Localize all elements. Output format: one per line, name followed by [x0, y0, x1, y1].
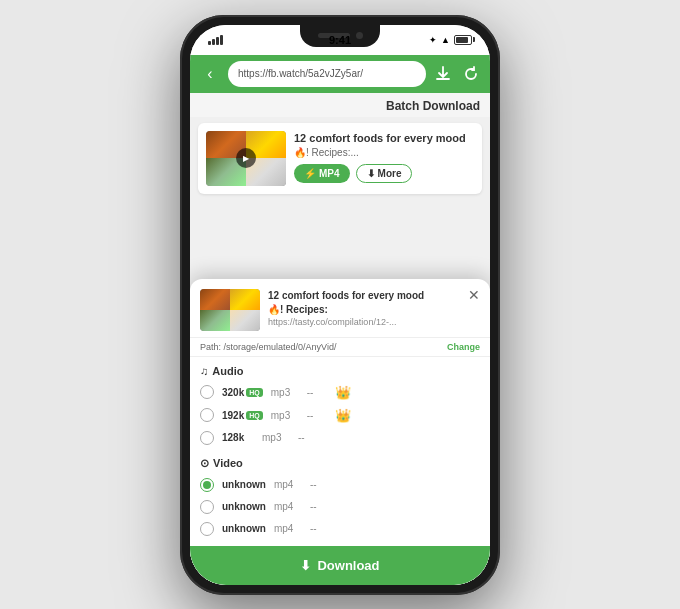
quality-video-2: unknown	[222, 501, 266, 512]
change-path-button[interactable]: Change	[447, 342, 480, 352]
radio-video-1[interactable]	[200, 478, 214, 492]
download-icon: ⬇	[300, 558, 311, 573]
modal-info: 12 comfort foods for every mood 🔥! Recip…	[268, 289, 480, 327]
signal-icon	[208, 35, 223, 45]
content-area: Batch Download ▶ 12 comfor	[190, 93, 490, 585]
mp4-icon: ⚡	[304, 168, 316, 179]
radio-video-3[interactable]	[200, 522, 214, 536]
quality-320k: 320kHQ	[222, 387, 263, 398]
size-192k: --	[307, 410, 327, 421]
quality-192k: 192kHQ	[222, 410, 263, 421]
crown-icon-320k: 👑	[335, 385, 351, 400]
battery-icon	[454, 35, 472, 45]
quality-128k: 128k	[222, 432, 254, 443]
hq-badge-320k: HQ	[246, 388, 263, 397]
refresh-button[interactable]	[460, 63, 482, 85]
status-right-icons: ✦ ▲	[429, 35, 472, 45]
video-section-title: ⊙ Video	[190, 449, 490, 474]
size-128k: --	[298, 432, 318, 443]
download-label: Download	[317, 558, 379, 573]
more-button[interactable]: ⬇ More	[356, 164, 413, 183]
download-button[interactable]: ⬇ Download	[190, 546, 490, 585]
size-video-1: --	[310, 479, 330, 490]
url-bar[interactable]: https://fb.watch/5a2vJZy5ar/	[228, 61, 426, 87]
phone-frame: 9:41 ✦ ▲ ‹ https://fb.watch/5a2vJZy5ar/	[180, 15, 500, 595]
format-video-3: mp4	[274, 523, 302, 534]
modal-title: 12 comfort foods for every mood	[268, 289, 480, 302]
audio-icon: ♫	[200, 365, 208, 377]
video-thumbnail: ▶	[206, 131, 286, 186]
audio-section-title: ♫ Audio	[190, 357, 490, 381]
video-card: ▶ 12 comfort foods for every mood 🔥! Rec…	[198, 123, 482, 194]
wifi-icon: ▲	[441, 35, 450, 45]
radio-192k[interactable]	[200, 408, 214, 422]
size-video-3: --	[310, 523, 330, 534]
video-option-1[interactable]: unknown mp4 --	[190, 474, 490, 496]
path-row: Path: /storage/emulated/0/AnyVid/ Change	[190, 337, 490, 357]
browser-actions	[432, 63, 482, 85]
radio-128k[interactable]	[200, 431, 214, 445]
batch-download-label: Batch Download	[386, 99, 480, 113]
radio-video-2[interactable]	[200, 500, 214, 514]
modal-thumbnail	[200, 289, 260, 331]
format-320k: mp3	[271, 387, 299, 398]
more-download-icon: ⬇	[367, 168, 375, 179]
audio-option-320k[interactable]: 320kHQ mp3 -- 👑	[190, 381, 490, 404]
notch-dot	[356, 32, 363, 39]
format-128k: mp3	[262, 432, 290, 443]
status-bar: 9:41 ✦ ▲	[190, 25, 490, 55]
download-modal: 12 comfort foods for every mood 🔥! Recip…	[190, 279, 490, 585]
close-button[interactable]: ✕	[468, 287, 480, 303]
video-option-2[interactable]: unknown mp4 --	[190, 496, 490, 518]
format-192k: mp3	[271, 410, 299, 421]
audio-option-192k[interactable]: 192kHQ mp3 -- 👑	[190, 404, 490, 427]
status-time: 9:41	[329, 34, 351, 46]
radio-320k[interactable]	[200, 385, 214, 399]
play-icon: ▶	[236, 148, 256, 168]
video-section-icon: ⊙	[200, 457, 209, 470]
size-video-2: --	[310, 501, 330, 512]
video-action-buttons: ⚡ MP4 ⬇ More	[294, 164, 474, 183]
audio-option-128k[interactable]: 128k mp3 --	[190, 427, 490, 449]
video-info: 12 comfort foods for every mood 🔥! Recip…	[294, 131, 474, 183]
size-320k: --	[307, 387, 327, 398]
video-title: 12 comfort foods for every mood	[294, 131, 474, 145]
quality-video-1: unknown	[222, 479, 266, 490]
bluetooth-icon: ✦	[429, 35, 437, 45]
download-page-button[interactable]	[432, 63, 454, 85]
path-text: Path: /storage/emulated/0/AnyVid/	[200, 342, 336, 352]
modal-header: 12 comfort foods for every mood 🔥! Recip…	[190, 279, 490, 337]
video-option-3[interactable]: unknown mp4 --	[190, 518, 490, 540]
hq-badge-192k: HQ	[246, 411, 263, 420]
modal-url: https://tasty.co/compilation/12-...	[268, 317, 480, 327]
back-button[interactable]: ‹	[198, 65, 222, 83]
phone-screen: 9:41 ✦ ▲ ‹ https://fb.watch/5a2vJZy5ar/	[190, 25, 490, 585]
modal-subtitle: 🔥! Recipes:	[268, 303, 480, 316]
video-subtitle: 🔥! Recipes:...	[294, 147, 474, 158]
browser-bar: ‹ https://fb.watch/5a2vJZy5ar/	[190, 55, 490, 93]
quality-video-3: unknown	[222, 523, 266, 534]
format-video-2: mp4	[274, 501, 302, 512]
url-text: https://fb.watch/5a2vJZy5ar/	[238, 68, 363, 79]
format-video-1: mp4	[274, 479, 302, 490]
mp4-button[interactable]: ⚡ MP4	[294, 164, 350, 183]
batch-download-header: Batch Download	[190, 93, 490, 117]
crown-icon-192k: 👑	[335, 408, 351, 423]
